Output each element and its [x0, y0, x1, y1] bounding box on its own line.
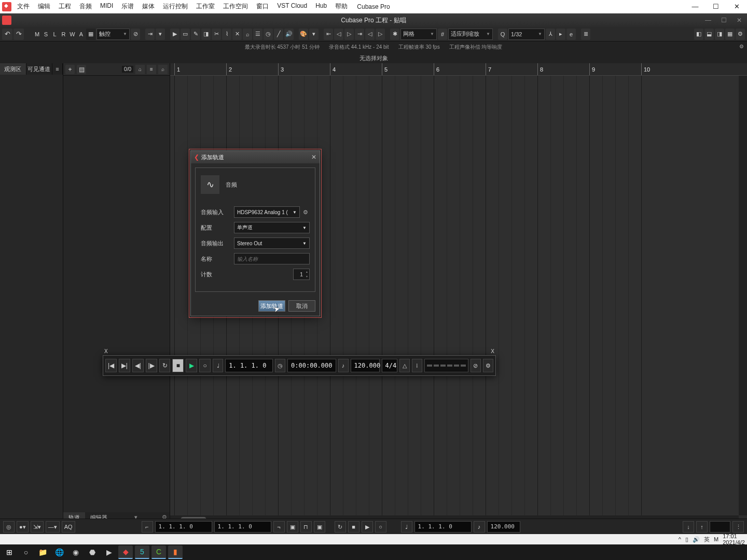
ruler[interactable]: 1 2 3 4 5 6 7 8 9 10 [170, 63, 747, 76]
nudge-start-left-icon[interactable]: ◁ [334, 29, 343, 40]
count-spinner[interactable]: 1 [293, 269, 310, 280]
draw-tool-icon[interactable]: ✎ [191, 29, 200, 40]
record-mode-icon[interactable]: ●▾ [17, 521, 29, 533]
tab-visibility[interactable]: 可见通道 [26, 63, 53, 75]
color-menu-icon[interactable]: ▾ [309, 29, 319, 40]
minimize-button[interactable]: — [685, 0, 706, 13]
obs-icon[interactable]: ⬣ [85, 545, 100, 559]
position-time-display[interactable]: 0:00:00.000 [287, 359, 336, 372]
mute-tool-icon[interactable]: ✕ [232, 29, 242, 40]
forward-end-button[interactable]: ▶| [119, 359, 130, 372]
precount-icon[interactable]: ⁞ [412, 359, 422, 372]
dialog-back-icon[interactable]: ❮ [194, 153, 199, 161]
track-preset-icon[interactable]: ▤ [77, 65, 86, 74]
bb-stop-button[interactable]: ■ [348, 521, 359, 533]
aq-button[interactable]: AQ [62, 521, 75, 533]
rewind-button[interactable]: |◀ [105, 359, 117, 372]
lower-zone-icon[interactable]: ⬓ [704, 29, 714, 40]
quantize-select[interactable]: 1/32▼ [508, 29, 545, 40]
left-locator-display[interactable]: 1. 1. 1. 0 [155, 521, 212, 533]
nudge-right-icon[interactable]: ⇥ [355, 29, 364, 40]
stop-button[interactable]: ■ [172, 359, 184, 372]
zoom-tool-icon[interactable]: ⌕ [243, 29, 252, 40]
bb-format-icon[interactable]: ♩ [401, 521, 412, 533]
sub-maximize-button[interactable]: ☐ [716, 17, 731, 24]
tray-sound-icon[interactable]: 🔊 [693, 536, 700, 543]
automation-panel-icon[interactable]: ▦ [86, 29, 95, 40]
layout-icon[interactable]: ▦ [725, 29, 735, 40]
position-bars-display[interactable]: 1. 1. 1. 0 [225, 359, 273, 372]
record-button[interactable]: ○ [199, 359, 211, 372]
tray-brand[interactable]: M [714, 536, 718, 542]
find-track-icon[interactable]: ⌕ [158, 65, 168, 74]
left-zone-icon[interactable]: ◧ [694, 29, 703, 40]
menu-workspace[interactable]: 工作空间 [219, 0, 252, 13]
menu-hub[interactable]: Hub [312, 0, 330, 13]
nudge-end-left-icon[interactable]: ◁ [365, 29, 375, 40]
info-setup-icon[interactable]: ⚙ [739, 44, 744, 49]
auto-scroll-menu-icon[interactable]: ▾ [156, 29, 165, 40]
edge-icon[interactable]: 🌐 [52, 545, 66, 559]
audio-align-icon[interactable]: ≣ [581, 29, 590, 40]
chrome-icon[interactable]: ◉ [68, 545, 83, 559]
cortana-icon[interactable]: ○ [19, 545, 33, 559]
midi-retro-icon[interactable]: ⇲▾ [31, 521, 44, 533]
track-agent-icon[interactable]: ⌂ [135, 65, 145, 74]
nudge-start-right-icon[interactable]: ▷ [344, 29, 354, 40]
menu-edit[interactable]: 编辑 [34, 0, 54, 13]
menu-file[interactable]: 文件 [13, 0, 33, 13]
format-toggle-1[interactable]: ♩ [213, 359, 223, 372]
tray-screen-icon[interactable]: ▯ [685, 536, 688, 543]
start-button[interactable]: ⊞ [2, 545, 17, 559]
nudge-left-icon[interactable]: ⇤ [324, 29, 333, 40]
mute-all-button[interactable]: M [33, 29, 41, 39]
solo-all-button[interactable]: S [42, 29, 50, 39]
maximize-button[interactable]: ☐ [706, 0, 726, 13]
automation-mode-select[interactable]: 触控▼ [96, 29, 130, 40]
close-button[interactable]: ✕ [726, 0, 747, 13]
right-loc-flag-icon[interactable]: ¬ [273, 521, 285, 533]
step-back-button[interactable]: ◀| [132, 359, 144, 372]
q-settings-icon[interactable]: e [566, 29, 576, 40]
write-auto-button[interactable]: W [68, 29, 76, 39]
range-tool-icon[interactable]: ▭ [181, 29, 190, 40]
tab-inspector[interactable]: 观测区 [0, 63, 26, 75]
bb-setup-icon[interactable]: ⋮ [732, 521, 744, 533]
right-zone-icon[interactable]: ◨ [715, 29, 724, 40]
click-icon[interactable]: △ [399, 359, 410, 372]
menu-vstcloud[interactable]: VST Cloud [273, 0, 311, 13]
menu-window[interactable]: 窗口 [253, 0, 272, 13]
line-tool-icon[interactable]: ╱ [274, 29, 283, 40]
menu-studio[interactable]: 工作室 [192, 0, 218, 13]
cancel-button[interactable]: 取消 [288, 300, 315, 312]
add-track-confirm-button[interactable]: 添加轨道 [258, 300, 285, 312]
tempo-track-icon[interactable]: ♪ [338, 359, 349, 372]
track-list-icon[interactable]: ≡ [147, 65, 156, 74]
auto-suspend-button[interactable]: A [77, 29, 85, 39]
audio-output-select[interactable]: Stereo Out▼ [234, 237, 310, 249]
auto-scroll-icon[interactable]: ⇥ [145, 29, 155, 40]
read-auto-button[interactable]: R [60, 29, 67, 39]
explorer-icon[interactable]: 📁 [35, 545, 50, 559]
dialog-close-icon[interactable]: ✕ [311, 153, 316, 161]
cycle-button[interactable]: ↻ [159, 359, 171, 372]
bb-record-button[interactable]: ○ [375, 521, 386, 533]
tray-clock[interactable]: 17:012021/4/2 [723, 533, 745, 545]
split-tool-icon[interactable]: ✂ [212, 29, 221, 40]
step-fwd-button[interactable]: |▶ [146, 359, 157, 372]
sync-icon[interactable]: ⊘ [471, 359, 481, 372]
snap-type-select[interactable]: 网格▼ [400, 29, 437, 40]
player-icon[interactable]: ▶ [102, 545, 116, 559]
grid-type-icon[interactable]: # [438, 29, 447, 40]
quantize-apply-icon[interactable]: Q [498, 29, 507, 40]
menu-midi[interactable]: MIDI [96, 0, 117, 13]
snap-toggle-icon[interactable]: ✱ [390, 29, 399, 40]
left-loc-flag-icon[interactable]: ⌐ [142, 521, 153, 533]
right-locator-display[interactable]: 1. 1. 1. 0 [214, 521, 271, 533]
transport-setup-icon[interactable]: ⚙ [483, 359, 493, 372]
menu-project[interactable]: 工程 [55, 0, 75, 13]
transport-close-left[interactable]: X [104, 348, 108, 354]
menu-help[interactable]: 帮助 [331, 0, 351, 13]
tempo-display[interactable]: 120.000 [351, 359, 380, 372]
audio-input-select[interactable]: HDSP9632 Analog 1 (▼ [234, 206, 300, 218]
